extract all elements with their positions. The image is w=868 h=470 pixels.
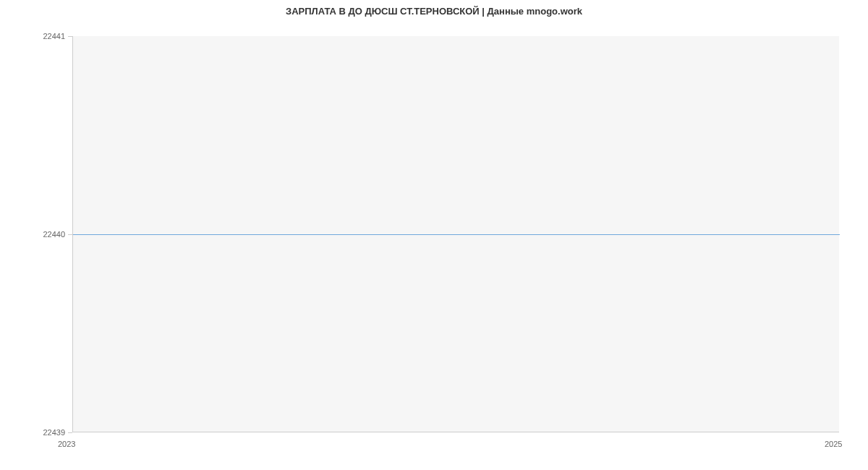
y-tick (68, 432, 72, 433)
data-series-line (73, 234, 840, 235)
y-tick-label: 22440 (36, 230, 65, 239)
y-tick (68, 234, 72, 235)
plot-area (72, 36, 839, 432)
y-tick-label: 22439 (36, 428, 65, 437)
y-tick (68, 36, 72, 37)
x-tick-label: 2025 (825, 440, 842, 448)
x-tick-label: 2023 (58, 440, 75, 448)
chart-title: ЗАРПЛАТА В ДО ДЮСШ СТ.ТЕРНОВСКОЙ | Данны… (0, 6, 868, 17)
y-tick-label: 22441 (36, 32, 65, 40)
